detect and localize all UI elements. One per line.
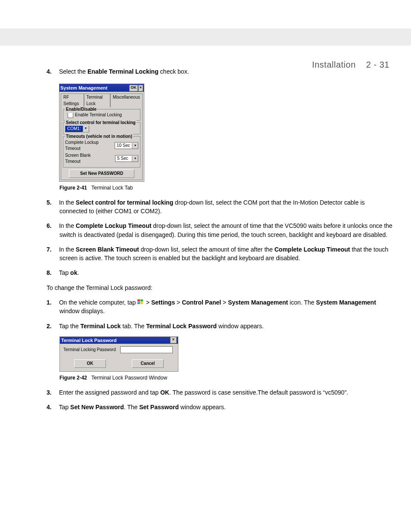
close-icon[interactable]: ×	[138, 85, 143, 91]
windows-start-icon	[137, 299, 144, 305]
chevron-down-icon: ▾	[132, 156, 138, 162]
password-field[interactable]	[120, 346, 173, 353]
step-7: 7. In the Screen Blank Timeout drop-down…	[59, 245, 393, 263]
pwd-step-4: 4. Tap Set New Password. The Set Passwor…	[59, 403, 393, 411]
pwd-step-1: 1. On the vehicle computer, tap > Settin…	[59, 298, 393, 316]
group-timeouts: Timeouts (vehicle not in motion) Complet…	[63, 136, 140, 168]
password-label: Terminal Locking Password	[63, 347, 116, 353]
cancel-button[interactable]: Cancel	[132, 359, 164, 368]
terminal-lock-panel: Enable/Disable Enable Terminal Locking S…	[61, 107, 143, 180]
button-row: OK Cancel	[63, 359, 174, 368]
titlebar: System Management OK ×	[59, 84, 144, 92]
window-title: Terminal Lock Password	[61, 337, 170, 344]
terminal-lock-password-window: Terminal Lock Password × Terminal Lockin…	[59, 336, 178, 372]
pwd-step-2: 2. Tap the Terminal Lock tab. The Termin…	[59, 322, 393, 330]
close-icon[interactable]: ×	[170, 337, 177, 343]
figure-2-41-caption: Figure 2-41 Terminal Lock Tab	[59, 184, 393, 192]
window-body: Terminal Locking Password OK Cancel	[60, 344, 178, 372]
checkbox-icon	[68, 112, 73, 118]
step-8: 8. Tap ok.	[59, 268, 393, 277]
to-change-password: To change the Terminal Lock password:	[47, 283, 393, 292]
ok-button[interactable]: OK	[74, 359, 106, 368]
group-select-control: Select control for terminal locking COM1…	[63, 122, 140, 134]
password-row: Terminal Locking Password	[63, 346, 174, 353]
header-section: 2 - 31	[366, 60, 389, 69]
tab-strip: RF Settings Terminal Lock Miscellaneous	[59, 92, 144, 107]
window-title: System Management	[60, 84, 129, 92]
row-screen-blank: Screen Blank Timeout 5 Sec ▾	[65, 152, 138, 165]
screen-blank-dropdown[interactable]: 5 Sec ▾	[115, 155, 138, 162]
page-header: Installation 2 - 31	[312, 59, 389, 71]
ok-button[interactable]: OK	[129, 85, 138, 91]
chevron-down-icon: ▾	[83, 126, 89, 131]
titlebar: Terminal Lock Password ×	[60, 337, 178, 344]
chevron-down-icon: ▾	[132, 143, 138, 149]
header-title: Installation	[312, 60, 356, 69]
com-port-dropdown[interactable]: COM1: ▾	[65, 125, 89, 132]
tab-terminal-lock[interactable]: Terminal Lock	[84, 93, 110, 107]
page-header-bar	[0, 28, 411, 46]
group-enable-disable: Enable/Disable Enable Terminal Locking	[63, 109, 140, 121]
set-new-password-button[interactable]: Set New PASSWORD	[69, 169, 134, 178]
step-5: 5. In the Select control for terminal lo…	[59, 198, 393, 216]
pwd-step-3: 3. Enter the assigned password and tap O…	[59, 388, 393, 397]
enable-terminal-locking-checkbox[interactable]: Enable Terminal Locking	[65, 112, 138, 118]
step-6: 6. In the Complete Lockup Timeout drop-d…	[59, 221, 393, 239]
row-complete-lockup: Complete Lockup Timeout 10 Sec ▾	[65, 140, 138, 152]
tab-rf-settings[interactable]: RF Settings	[61, 93, 84, 107]
complete-lockup-dropdown[interactable]: 10 Sec ▾	[115, 142, 138, 149]
tab-miscellaneous[interactable]: Miscellaneous	[110, 93, 143, 107]
system-management-window: System Management OK × RF Settings Termi…	[59, 84, 144, 182]
figure-2-42-caption: Figure 2-42 Terminal Lock Password Windo…	[59, 374, 393, 382]
